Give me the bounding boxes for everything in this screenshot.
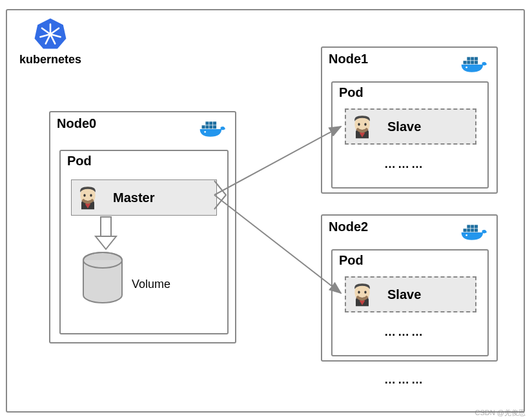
- node2-box: Node2 Pod Slave ………: [321, 214, 498, 362]
- dots-label: ………: [384, 158, 425, 171]
- svg-point-42: [466, 234, 467, 236]
- svg-rect-30: [475, 57, 478, 60]
- jenkins-icon: [351, 281, 373, 307]
- svg-rect-37: [471, 229, 474, 232]
- svg-rect-12: [213, 125, 216, 128]
- svg-rect-24: [464, 61, 467, 64]
- slave-label: Slave: [387, 119, 421, 134]
- svg-point-16: [204, 131, 206, 133]
- node1-title: Node1: [329, 52, 368, 66]
- node2-pod-box: Pod Slave ………: [331, 249, 489, 356]
- node1-box: Node1 Pod Slave ………: [321, 46, 498, 194]
- slave-label: Slave: [387, 287, 421, 302]
- svg-rect-10: [205, 125, 209, 128]
- svg-marker-21: [96, 236, 116, 249]
- node2-title: Node2: [329, 220, 368, 234]
- svg-point-18: [83, 194, 85, 197]
- svg-rect-41: [475, 225, 478, 228]
- dots-label: ………: [384, 325, 425, 339]
- docker-icon: [199, 119, 227, 139]
- svg-rect-38: [475, 229, 478, 232]
- arrow-down-icon: [92, 216, 120, 252]
- node0-box: Node0 Pod Master: [49, 111, 236, 343]
- jenkins-slave-box-2: Slave: [345, 276, 476, 312]
- svg-rect-25: [467, 61, 470, 64]
- svg-rect-26: [471, 61, 474, 64]
- svg-point-19: [90, 194, 92, 197]
- docker-icon: [460, 222, 489, 243]
- node0-title: Node0: [57, 116, 96, 131]
- svg-rect-29: [471, 57, 474, 60]
- node2-pod-title: Pod: [339, 253, 363, 268]
- jenkins-icon: [351, 114, 373, 139]
- svg-rect-40: [471, 225, 474, 228]
- kubernetes-logo-block: kubernetes: [19, 17, 81, 66]
- svg-point-31: [466, 66, 467, 68]
- cylinder-icon: [81, 251, 124, 304]
- svg-rect-39: [467, 225, 470, 228]
- node0-pod-box: Pod Master Volume: [59, 150, 229, 334]
- svg-point-44: [358, 291, 360, 294]
- jenkins-slave-box-1: Slave: [345, 108, 476, 145]
- volume-area: Volume: [81, 251, 170, 304]
- svg-rect-9: [202, 125, 205, 128]
- volume-label: Volume: [132, 278, 170, 291]
- svg-point-34: [364, 123, 366, 126]
- svg-rect-14: [209, 121, 212, 125]
- svg-rect-35: [464, 229, 467, 232]
- dots-bottom-label: ………: [384, 373, 425, 387]
- svg-point-45: [364, 291, 366, 294]
- svg-rect-20: [101, 217, 111, 236]
- svg-rect-11: [209, 125, 212, 128]
- svg-rect-28: [467, 57, 470, 60]
- svg-rect-15: [213, 121, 216, 125]
- watermark-label: CSDN @羌俊恩: [475, 408, 526, 418]
- jenkins-icon: [77, 185, 99, 210]
- svg-point-33: [358, 123, 360, 126]
- svg-rect-27: [475, 61, 478, 64]
- docker-icon: [460, 54, 489, 75]
- node0-pod-title: Pod: [67, 154, 92, 169]
- kubernetes-icon: [34, 17, 67, 50]
- node1-pod-box: Pod Slave ………: [331, 81, 489, 189]
- jenkins-master-box: Master: [71, 179, 217, 216]
- master-label: Master: [113, 190, 154, 205]
- kubernetes-label: kubernetes: [19, 53, 81, 66]
- svg-rect-13: [205, 121, 209, 125]
- svg-rect-36: [467, 229, 470, 232]
- node1-pod-title: Pod: [339, 85, 363, 100]
